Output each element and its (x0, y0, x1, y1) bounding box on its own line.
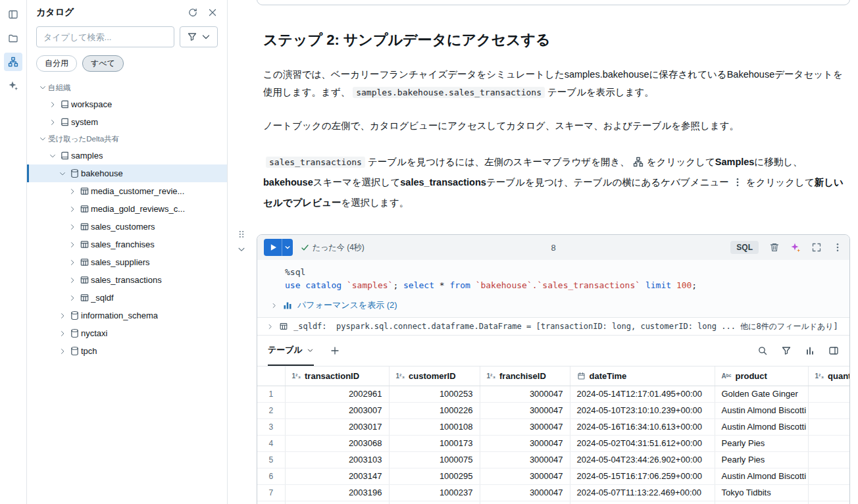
tab-table[interactable]: テーブル (268, 336, 314, 366)
chevron-right-icon[interactable] (270, 302, 278, 309)
chevron-right-icon[interactable] (67, 294, 78, 302)
chevron-right-icon[interactable] (67, 188, 78, 195)
table-row[interactable]: 62003147100029530000472024-05-15T16:17:0… (257, 468, 849, 484)
language-badge[interactable]: SQL (730, 241, 759, 254)
chevron-down-icon[interactable] (38, 84, 48, 91)
table-row[interactable]: 52003103100007530000472024-05-04T23:44:2… (257, 451, 849, 468)
table-row[interactable]: 32003017100010830000472024-05-16T16:34:1… (257, 418, 849, 435)
workspace-icon[interactable] (4, 5, 22, 24)
tree-section-自組織[interactable]: 自組織 (27, 80, 227, 95)
chevron-right-icon[interactable] (57, 347, 68, 355)
assistant-sparkle-icon[interactable] (790, 242, 801, 253)
chevron-down-icon[interactable] (38, 135, 48, 143)
add-visualization-button[interactable] (330, 336, 340, 366)
tree-item-workspace[interactable]: workspace (27, 95, 227, 113)
type-number-icon: 1²₃ (292, 372, 301, 380)
tree-item-sales_franchises[interactable]: sales_franchises (27, 236, 227, 253)
tree-item-samples[interactable]: samples (27, 147, 227, 164)
table-row[interactable]: 12002961100025330000472024-05-14T12:17:0… (257, 386, 849, 402)
assistant-icon[interactable] (4, 76, 22, 95)
chevron-right-icon[interactable] (67, 276, 78, 284)
table-row[interactable]: 42003068100017330000472024-05-02T04:31:5… (257, 435, 849, 451)
sqldf-row[interactable]: _sqldf: pyspark.sql.connect.dataframe.Da… (257, 317, 849, 335)
code-editor[interactable]: %sql use catalog `samples`; select * fro… (257, 260, 849, 295)
chevron-right-icon[interactable] (57, 312, 68, 320)
chevron-right-icon[interactable] (57, 330, 68, 338)
filter-button[interactable] (180, 26, 218, 47)
type-number-icon: 1²₃ (396, 372, 405, 380)
bar-chart-icon (282, 300, 293, 311)
column-header-franchiseID[interactable]: 1²₃franchiseID (480, 366, 570, 386)
catalog-icon (58, 117, 71, 127)
catalog-icon[interactable] (4, 53, 22, 71)
tree-item-sales_transactions[interactable]: sales_transactions (27, 271, 227, 289)
cell-product: Outback Oatmeal (715, 501, 808, 504)
tree-section-受け取ったDelta共有[interactable]: 受け取ったDelta共有 (27, 131, 227, 147)
refresh-icon[interactable] (188, 7, 198, 18)
close-icon[interactable] (207, 7, 218, 18)
chevron-right-icon[interactable] (47, 101, 58, 109)
code-token: `bakehouse`.`sales_transactions` (476, 280, 640, 290)
run-button[interactable] (264, 239, 282, 256)
tree-item-media_customer_revie...[interactable]: media_customer_revie... (27, 182, 227, 200)
run-dropdown-chevron[interactable] (282, 239, 293, 256)
text: スキーマを選択して (313, 177, 401, 188)
filter-icon[interactable] (781, 345, 792, 356)
code-token: `samples` (347, 280, 393, 290)
chevron-right-icon[interactable] (47, 118, 58, 126)
chevron-right-icon[interactable] (67, 259, 78, 266)
cell-dateTime: 2024-05-07T11:13:22.469+00:00 (570, 484, 715, 501)
chevron-right-icon[interactable] (67, 241, 78, 249)
chevron-right-icon[interactable] (266, 323, 274, 330)
search-icon[interactable] (757, 345, 768, 356)
chevron-down-icon[interactable] (47, 152, 58, 160)
column-header-customerID[interactable]: 1²₃customerID (389, 366, 480, 386)
delete-cell-icon[interactable] (769, 242, 780, 253)
folder-icon[interactable] (4, 29, 22, 47)
columns-icon[interactable] (828, 345, 839, 356)
tree-item-label: samples (71, 151, 103, 161)
tree-item-information_schema[interactable]: information_schema (27, 307, 227, 324)
tree-item-sales_suppliers[interactable]: sales_suppliers (27, 253, 227, 271)
pill-for-you[interactable]: 自分用 (36, 55, 77, 72)
table-row[interactable]: 72003196100023730000472024-05-07T11:13:2… (257, 484, 849, 501)
cell-customerID: 1000237 (389, 484, 480, 501)
search-input[interactable] (36, 26, 174, 47)
table-row[interactable]: 82003329100027230000472024-05-06T03:32:1… (257, 501, 849, 504)
code-token (640, 280, 645, 290)
results-header-row: 1²₃transactionID1²₃customerID1²₃franchis… (257, 366, 849, 386)
column-header-quantity[interactable]: 1²₃quantity (808, 366, 849, 386)
column-header-product[interactable]: Aᵇᶜproduct (715, 366, 808, 386)
tree-item-_sqldf[interactable]: _sqldf (27, 289, 227, 307)
column-header-transactionID[interactable]: 1²₃transactionID (285, 366, 389, 386)
code-line-sql: use catalog `samples`; select * from `ba… (285, 279, 849, 292)
chevron-right-icon[interactable] (67, 205, 78, 213)
tree-item-bakehouse[interactable]: bakehouse (27, 164, 227, 182)
tree-item-label: sales_customers (91, 222, 155, 232)
catalog-icon (58, 99, 71, 109)
tree-item-media_gold_reviews_c...[interactable]: media_gold_reviews_c... (27, 200, 227, 218)
markdown-block: ステップ 2: サンプルデータにアクセスする この演習では、ベーカリーフランチャ… (257, 30, 850, 213)
cell-dateTime: 2024-05-04T23:44:26.902+00:00 (570, 451, 715, 468)
tree-item-tpch[interactable]: tpch (27, 342, 227, 360)
pill-all[interactable]: すべて (82, 55, 124, 72)
text: を選択します。 (341, 197, 409, 208)
tree-item-sales_customers[interactable]: sales_customers (27, 218, 227, 236)
table-row[interactable]: 22003007100022630000472024-05-10T23:10:1… (257, 402, 849, 418)
chevron-right-icon[interactable] (67, 223, 78, 231)
code-token: from (449, 280, 470, 290)
cell-franchiseID: 3000047 (480, 451, 570, 468)
fullscreen-icon[interactable] (811, 242, 822, 253)
text: テーブルを見つけ、テーブルの横にあるケバブメニュー (486, 177, 729, 188)
cell-menu-icon[interactable] (832, 242, 843, 253)
cell-collapse-chevron-icon[interactable] (237, 245, 246, 254)
data-profile-icon[interactable] (805, 345, 815, 356)
performance-link[interactable]: パフォーマンスを表示 (2) (297, 299, 397, 311)
sqldf-text: _sqldf: pyspark.sql.connect.dataframe.Da… (293, 321, 838, 332)
column-header-dateTime[interactable]: dateTime (570, 366, 715, 386)
cell-drag-handle-icon[interactable] (237, 230, 246, 239)
tree-item-nyctaxi[interactable]: nyctaxi (27, 324, 227, 342)
run-button-group[interactable] (264, 239, 293, 256)
tree-item-system[interactable]: system (27, 113, 227, 131)
chevron-down-icon[interactable] (57, 170, 68, 178)
